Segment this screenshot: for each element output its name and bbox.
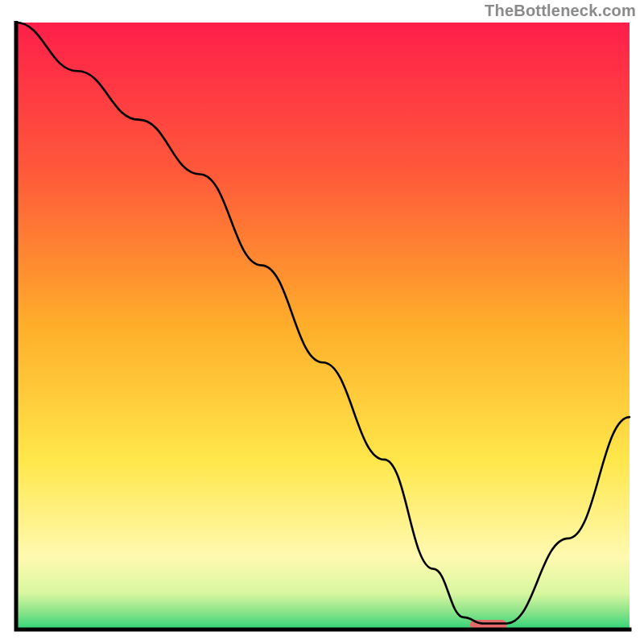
plot-area <box>13 21 633 633</box>
chart-svg <box>13 21 633 633</box>
chart-container: TheBottleneck.com <box>0 0 644 644</box>
watermark-text: TheBottleneck.com <box>485 2 636 20</box>
gradient-background <box>16 23 630 630</box>
